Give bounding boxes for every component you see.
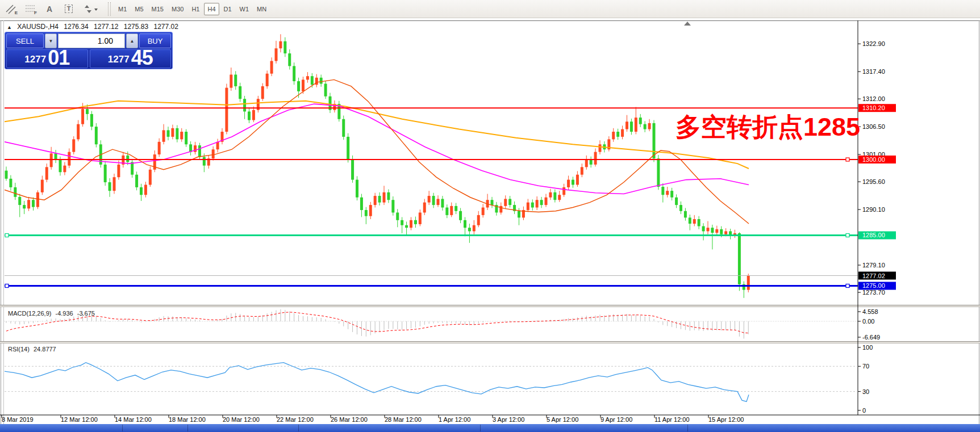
candle-body (50, 153, 53, 167)
sell-button[interactable]: SELL (6, 33, 44, 48)
candle-body (230, 74, 232, 87)
fibonacci-tool[interactable]: F (22, 2, 39, 16)
rsi-axis-label: 0 (862, 407, 866, 414)
support-line-1275-handle[interactable] (5, 284, 9, 287)
time-axis-label: 22 Mar 12:00 (277, 416, 314, 423)
macd-signal-line (6, 312, 748, 333)
candle-body (77, 124, 80, 140)
buy-price-display[interactable]: 1277 45 (90, 49, 172, 68)
time-axis-label: 28 Mar 12:00 (385, 416, 422, 423)
candle-body (140, 187, 143, 195)
candle-body (342, 119, 345, 137)
price-axis-label: 1312.00 (862, 95, 885, 102)
candle-body (18, 197, 21, 205)
time-axis-label: 5 Apr 12:00 (547, 416, 578, 423)
candle-body (239, 86, 241, 99)
candle-body (661, 187, 664, 195)
support-line-1285-handle[interactable] (846, 233, 849, 237)
candle-body (464, 220, 466, 228)
text-tool[interactable]: A (41, 2, 58, 16)
candle-body (477, 215, 480, 225)
time-axis-label: 14 Mar 12:00 (115, 416, 152, 423)
candle-body (441, 199, 444, 207)
timeframe-m30[interactable]: M30 (168, 3, 187, 15)
candle-body (378, 196, 381, 203)
sell-price-display[interactable]: 1277 01 (6, 49, 88, 68)
time-axis-label: 9 Apr 12:00 (600, 416, 632, 423)
buy-price-pips: 45 (131, 49, 153, 67)
candle-body (670, 191, 673, 198)
candle-body (347, 137, 349, 160)
candle-body (724, 231, 727, 234)
macd-value: -4.936 (55, 310, 73, 317)
low-value: 1275.83 (124, 23, 148, 31)
timeframe-d1[interactable]: D1 (220, 3, 235, 15)
candle-body (41, 180, 44, 192)
macd-signal-value: -3.675 (77, 310, 95, 317)
timeframe-w1[interactable]: W1 (236, 3, 253, 15)
candle-body (450, 206, 453, 215)
rsi-axis-label: 100 (862, 344, 873, 351)
one-click-trading-panel: SELL ▼ ▲ BUY 1277 01 1277 45 (5, 32, 173, 69)
arrows-tool[interactable] (80, 2, 102, 16)
candle-body (423, 203, 426, 213)
candle-body (715, 229, 718, 233)
candle-body (86, 109, 89, 114)
high-value: 1277.12 (94, 23, 118, 31)
candle-body (320, 78, 323, 84)
candle-body (553, 192, 556, 200)
spinner-up-icon: ▲ (130, 39, 135, 44)
sell-price-main: 1277 (24, 52, 46, 67)
symbol-period: XAUUSD-,H4 (17, 23, 59, 31)
toolbar: E F A T M1M5M15M30H1H4D1W1MN (0, 0, 980, 18)
macd-axis-label: 4.558 (862, 308, 878, 315)
candle-body (679, 205, 682, 211)
timeframe-m15[interactable]: M15 (148, 3, 167, 15)
candle-body (621, 129, 624, 137)
one-click-collapse-icon[interactable]: ▲ (7, 24, 12, 30)
candle-body (203, 157, 206, 166)
candle-body (698, 219, 700, 226)
candle-body (32, 200, 35, 207)
candle-body (63, 166, 66, 173)
candle-body (365, 210, 368, 216)
time-axis-label: 11 Apr 12:00 (654, 416, 690, 423)
candle-body (185, 132, 187, 144)
time-axis-label: 18 Mar 12:00 (169, 416, 206, 423)
candle-body (482, 208, 485, 215)
resistance-line-1300-handle[interactable] (846, 158, 849, 161)
ma-mid-line (5, 104, 749, 194)
timeframe-h1[interactable]: H1 (188, 3, 203, 15)
timeframe-m5[interactable]: M5 (131, 3, 147, 15)
open-value: 1276.34 (64, 23, 88, 31)
candle-body (387, 192, 390, 200)
candle-body (401, 220, 403, 225)
support-line-1275-handle[interactable] (846, 284, 849, 287)
price-axis-label: 1317.40 (862, 68, 885, 75)
timeframe-h4[interactable]: H4 (204, 3, 219, 15)
timeframe-mn[interactable]: MN (253, 3, 270, 15)
candle-body (720, 229, 723, 234)
candle-body (167, 130, 170, 137)
timeframe-group: M1M5M15M30H1H4D1W1MN (114, 3, 270, 15)
timeframe-m1[interactable]: M1 (115, 3, 130, 15)
candle-body (590, 160, 593, 165)
candle-body (68, 152, 70, 166)
support-line-1285-handle[interactable] (5, 233, 9, 237)
candle-body (405, 225, 408, 228)
time-axis-label: 3 Apr 12:00 (493, 416, 524, 423)
candle-body (648, 123, 651, 129)
candle-body (545, 198, 548, 205)
candle-body (374, 196, 377, 205)
candle-body (324, 83, 327, 96)
chart-shift-marker-icon[interactable] (684, 22, 691, 26)
candle-body (747, 276, 750, 290)
candle-body (508, 199, 511, 205)
candle-body (243, 99, 246, 111)
candle-body (644, 124, 647, 129)
candle-body (702, 226, 705, 231)
tool-letter: E (15, 10, 18, 15)
text-label-tool[interactable]: T (60, 2, 77, 16)
candle-body (666, 191, 669, 195)
equidistant-channel-tool[interactable]: E (2, 2, 19, 16)
